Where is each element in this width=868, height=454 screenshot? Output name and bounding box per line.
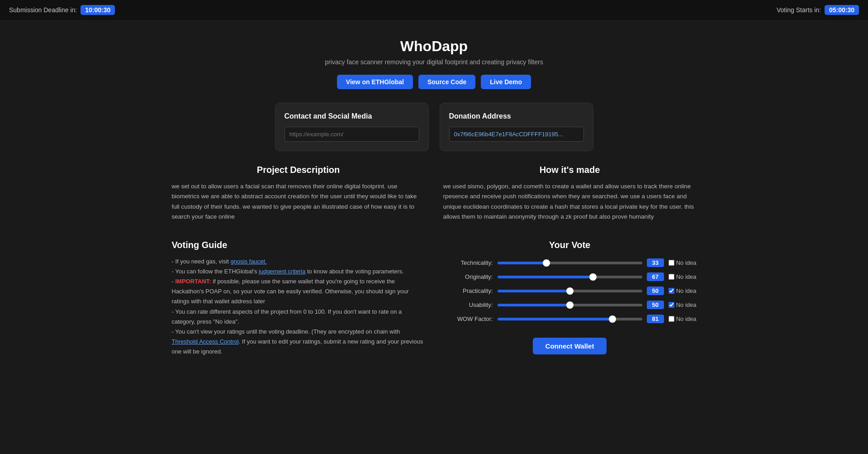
vg-line4: - You can rate different aspects of the … [172, 307, 425, 327]
no-idea-checkbox-2[interactable] [669, 288, 674, 294]
vg-line5: - You can't view your ratings until the … [172, 327, 425, 357]
project-description-title: Project Description [172, 165, 425, 175]
submission-timer: 10:00:30 [81, 5, 115, 15]
important-label: IMPORTANT: [175, 278, 211, 285]
no-idea-text-4: No idea [676, 315, 697, 322]
judgement-criteria-link[interactable]: judgement criteria [259, 268, 305, 275]
vote-number-4: 81 [647, 315, 664, 323]
vg-line1: - If you need gas, visit gnosis faucet. [172, 257, 425, 267]
project-description-section: Project Description we set out to allow … [172, 165, 425, 222]
vote-row: Practicality: 50 No idea [443, 287, 697, 295]
vote-slider-3[interactable] [498, 304, 642, 306]
donation-card-title: Donation Address [449, 112, 584, 120]
vote-rows: Technicality: 33 No idea Originality: 67… [443, 258, 697, 329]
vg-line2-suffix: to know about the voting parameters. [305, 268, 404, 275]
action-buttons: View on ETHGlobal Source Code Live Demo [172, 75, 697, 89]
vg-line2-prefix: - You can follow the ETHGlobal's [172, 268, 259, 275]
project-description-text: we set out to allow users a facial scan … [172, 182, 425, 222]
vote-slider-1[interactable] [498, 276, 642, 278]
donation-card: Donation Address [440, 103, 593, 151]
no-idea-label-1[interactable]: No idea [669, 273, 697, 280]
no-idea-checkbox-4[interactable] [669, 316, 674, 322]
voting-label: Voting Starts in: [777, 6, 821, 14]
gnosis-faucet-link[interactable]: gnosis faucet. [231, 258, 267, 265]
vote-number-3: 50 [647, 301, 664, 309]
app-subtitle: privacy face scanner removing your digit… [172, 58, 697, 66]
no-idea-label-3[interactable]: No idea [669, 301, 697, 308]
main-content: WhoDapp privacy face scanner removing yo… [163, 20, 706, 384]
ethglobal-button[interactable]: View on ETHGlobal [337, 75, 413, 89]
contact-card-title: Contact and Social Media [285, 112, 419, 120]
threshold-access-link[interactable]: Threshold Access Control [172, 338, 239, 345]
vote-slider-2[interactable] [498, 290, 642, 292]
connect-wallet-button[interactable]: Connect Wallet [533, 338, 607, 354]
vote-slider-0[interactable] [498, 262, 642, 264]
vote-row: Technicality: 33 No idea [443, 258, 697, 267]
how-its-made-section: How it's made we used sismo, polygon, an… [443, 165, 697, 222]
vote-row: Originality: 67 No idea [443, 272, 697, 281]
vg-line3: - IMPORTANT: if possible, please use the… [172, 277, 425, 306]
vg-line1-prefix: - If you need gas, visit [172, 258, 231, 265]
no-idea-label-0[interactable]: No idea [669, 259, 697, 266]
contact-card: Contact and Social Media [275, 103, 429, 151]
voting-section: Voting Guide - If you need gas, visit gn… [172, 240, 697, 357]
no-idea-checkbox-1[interactable] [669, 274, 674, 280]
no-idea-text-0: No idea [676, 259, 697, 266]
voting-guide-title: Voting Guide [172, 240, 425, 250]
no-idea-checkbox-0[interactable] [669, 260, 674, 266]
vote-number-0: 33 [647, 258, 664, 267]
vg-line2: - You can follow the ETHGlobal's judgeme… [172, 267, 425, 277]
top-bar: Submission Deadline in: 10:00:30 Voting … [0, 0, 868, 20]
voting-starts: Voting Starts in: 05:00:30 [777, 5, 859, 15]
no-idea-text-3: No idea [676, 301, 697, 308]
no-idea-text-1: No idea [676, 273, 697, 280]
vote-row: WOW Factor: 81 No idea [443, 315, 697, 323]
vote-number-1: 67 [647, 272, 664, 281]
vote-label-3: Usability: [443, 301, 493, 308]
live-demo-button[interactable]: Live Demo [481, 75, 531, 89]
vote-row: Usability: 50 No idea [443, 301, 697, 309]
vote-number-2: 50 [647, 287, 664, 295]
app-header: WhoDapp privacy face scanner removing yo… [172, 38, 697, 89]
how-its-made-text: we used sismo, polygon, and cometh to cr… [443, 182, 697, 222]
app-title: WhoDapp [172, 38, 697, 55]
vote-label-2: Practicality: [443, 287, 493, 294]
cards-row: Contact and Social Media Donation Addres… [172, 103, 697, 151]
two-col-section: Project Description we set out to allow … [172, 165, 697, 222]
source-code-button[interactable]: Source Code [418, 75, 475, 89]
no-idea-checkbox-3[interactable] [669, 302, 674, 308]
no-idea-text-2: No idea [676, 287, 697, 294]
voting-timer: 05:00:30 [825, 5, 859, 15]
submission-deadline: Submission Deadline in: 10:00:30 [9, 5, 115, 15]
submission-label: Submission Deadline in: [9, 6, 77, 14]
no-idea-label-4[interactable]: No idea [669, 315, 697, 322]
vote-label-4: WOW Factor: [443, 315, 493, 322]
contact-input[interactable] [285, 127, 419, 142]
your-vote-section: Your Vote Technicality: 33 No idea Origi… [443, 240, 697, 357]
donation-address-input[interactable] [449, 127, 584, 142]
vote-label-0: Technicality: [443, 259, 493, 266]
voting-guide-text: - If you need gas, visit gnosis faucet. … [172, 257, 425, 357]
vote-slider-4[interactable] [498, 318, 642, 320]
vg-line5-prefix: - You can't view your ratings until the … [172, 328, 400, 335]
your-vote-title: Your Vote [549, 240, 590, 250]
no-idea-label-2[interactable]: No idea [669, 287, 697, 294]
how-its-made-title: How it's made [443, 165, 697, 175]
voting-guide: Voting Guide - If you need gas, visit gn… [172, 240, 425, 357]
vote-label-1: Originality: [443, 273, 493, 280]
